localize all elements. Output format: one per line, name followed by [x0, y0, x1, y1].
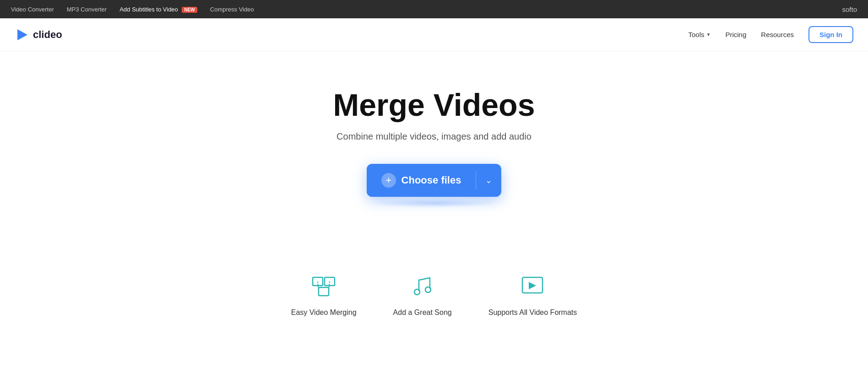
svg-point-7 [425, 287, 431, 292]
choose-files-dropdown-button[interactable]: ⌄ [476, 175, 501, 185]
page-title: Merge Videos [333, 88, 535, 122]
feature-formats: Supports All Video Formats [488, 272, 577, 317]
topbar: Video Converter MP3 Converter Add Subtit… [0, 0, 868, 18]
feature-easy-video-merging: Easy Video Merging [291, 272, 357, 317]
svg-rect-3 [319, 287, 329, 296]
logo-text: clideo [33, 29, 62, 41]
choose-files-label: Choose files [401, 174, 461, 186]
choose-files-button[interactable]: + Choose files [367, 164, 476, 197]
nav-resources[interactable]: Resources [761, 31, 794, 38]
plus-icon: + [381, 173, 396, 188]
svg-marker-9 [529, 282, 536, 289]
music-icon [408, 272, 437, 301]
hero-subtitle: Combine multiple videos, images and add … [336, 131, 532, 142]
nav-pricing[interactable]: Pricing [725, 31, 746, 38]
features-section: Easy Video Merging Add a Great Song Supp… [0, 254, 868, 344]
nav-right: Tools ▼ Pricing Resources Sign In [689, 26, 854, 43]
svg-marker-0 [17, 29, 27, 40]
chevron-down-icon: ⌄ [485, 175, 492, 185]
svg-point-6 [414, 289, 420, 295]
topbar-brand: softo [842, 5, 857, 13]
choose-files-button-wrapper[interactable]: + Choose files ⌄ [367, 164, 502, 197]
signin-button[interactable]: Sign In [808, 26, 853, 43]
merge-icon [309, 272, 338, 301]
clideo-logo-icon [15, 27, 29, 42]
feature-label-song: Add a Great Song [393, 308, 452, 317]
topbar-link-compress-video[interactable]: Compress Video [210, 6, 254, 13]
topbar-link-add-subtitles[interactable]: Add Subtitles to Video NEW [119, 6, 197, 13]
navbar: clideo Tools ▼ Pricing Resources Sign In [0, 18, 868, 51]
feature-add-song: Add a Great Song [393, 272, 452, 317]
topbar-link-video-converter[interactable]: Video Converter [11, 6, 54, 13]
topbar-link-mp3-converter[interactable]: MP3 Converter [67, 6, 107, 13]
new-badge: NEW [182, 7, 197, 13]
chevron-down-icon: ▼ [706, 32, 711, 37]
logo[interactable]: clideo [15, 27, 62, 42]
feature-label-merge: Easy Video Merging [291, 308, 357, 317]
button-glow [370, 199, 498, 208]
hero-section: Merge Videos Combine multiple videos, im… [0, 51, 868, 235]
nav-tools[interactable]: Tools ▼ [689, 31, 711, 38]
feature-label-formats: Supports All Video Formats [488, 308, 577, 317]
formats-icon [518, 272, 547, 301]
